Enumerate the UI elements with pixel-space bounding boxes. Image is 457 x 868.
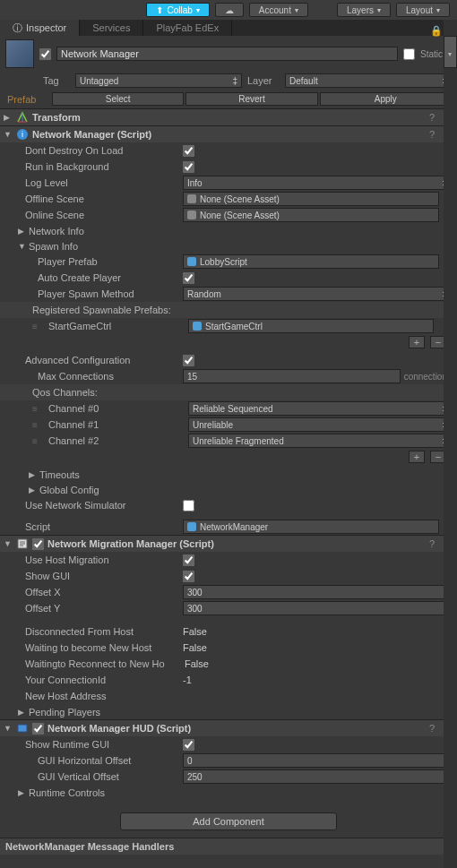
- networkinfo-foldout[interactable]: Network Info: [29, 226, 84, 236]
- drag-handle-icon[interactable]: ≡: [32, 436, 43, 446]
- prefab-apply-button[interactable]: Apply: [320, 92, 452, 106]
- help-icon[interactable]: ?: [426, 111, 438, 124]
- channel0-dropdown[interactable]: Reliable Sequenced‡: [188, 401, 452, 416]
- disconnected-value: False: [183, 626, 452, 637]
- runtimecontrols-foldout[interactable]: Runtime Controls: [29, 787, 105, 798]
- gameobject-active-checkbox[interactable]: [39, 48, 51, 60]
- prefab-label: Prefab: [5, 94, 50, 105]
- drag-handle-icon[interactable]: ≡: [32, 404, 43, 414]
- usehostmig-checkbox[interactable]: [183, 554, 194, 566]
- waitingreconnect-value: False: [185, 658, 452, 669]
- channel1-dropdown[interactable]: Unreliable‡: [188, 417, 452, 432]
- layers-button[interactable]: Layers▾: [337, 3, 391, 17]
- network-icon: i: [16, 128, 29, 141]
- netsim-checkbox[interactable]: [183, 500, 194, 511]
- static-label: Static: [420, 49, 443, 59]
- svg-rect-3: [18, 725, 27, 732]
- foldout-icon: ▼: [4, 724, 13, 733]
- hud-header[interactable]: ▼ Network Manager HUD (Script) ?⚙: [0, 720, 457, 736]
- collab-button[interactable]: ⬆Collab▾: [146, 3, 209, 17]
- foldout-icon: ▶: [4, 113, 13, 122]
- foldout-icon: ▼: [4, 130, 13, 139]
- tab-bar: ⓘInspector Services PlayFab EdEx: [0, 20, 457, 36]
- tag-dropdown[interactable]: Untagged‡: [75, 73, 242, 88]
- voffset-field[interactable]: 250: [183, 769, 452, 784]
- hud-enabled-checkbox[interactable]: [32, 723, 44, 735]
- drag-handle-icon[interactable]: ≡: [32, 322, 43, 331]
- layer-label: Layer: [247, 75, 280, 86]
- layer-dropdown[interactable]: Default‡: [285, 73, 452, 88]
- maxconn-field[interactable]: 15: [183, 369, 401, 383]
- tab-services[interactable]: Services: [80, 20, 143, 36]
- offsety-field[interactable]: 300: [183, 601, 452, 615]
- onlinescene-field[interactable]: None (Scene Asset): [183, 208, 439, 222]
- waitingnew-value: False: [183, 642, 452, 653]
- globalconfig-foldout[interactable]: Global Config: [39, 485, 99, 495]
- gameobject-icon[interactable]: [5, 39, 34, 68]
- tab-playfab[interactable]: PlayFab EdEx: [143, 20, 232, 36]
- loglevel-dropdown[interactable]: Info‡: [183, 176, 452, 190]
- cloud-icon: ☁: [225, 5, 234, 15]
- add-button[interactable]: +: [409, 336, 425, 348]
- prefab-revert-button[interactable]: Revert: [185, 92, 317, 106]
- showgui-checkbox[interactable]: [183, 571, 194, 582]
- collab-icon: ⬆: [156, 5, 163, 15]
- run-background-checkbox[interactable]: [183, 161, 194, 173]
- offlinescene-field[interactable]: None (Scene Asset): [183, 192, 439, 206]
- channel2-dropdown[interactable]: Unreliable Fragmented‡: [188, 434, 452, 448]
- tag-label: Tag: [43, 75, 70, 86]
- tab-inspector[interactable]: ⓘInspector: [0, 20, 80, 36]
- gameobject-name-field[interactable]: [56, 47, 398, 61]
- migrationmanager-header[interactable]: ▼ Network Migration Manager (Script) ?⚙: [0, 536, 457, 552]
- dont-destroy-checkbox[interactable]: [183, 145, 194, 157]
- inspector-panel: Static ▾ Tag Untagged‡ Layer Default‡ Pr…: [0, 36, 457, 855]
- spawninfo-foldout[interactable]: Spawn Info: [29, 241, 78, 252]
- spawnmethod-dropdown[interactable]: Random‡: [183, 287, 452, 301]
- account-button[interactable]: Account▾: [249, 3, 308, 17]
- connid-value: -1: [183, 675, 452, 685]
- script-icon: [16, 537, 29, 550]
- startgame-field[interactable]: StartGameCtrl: [188, 319, 434, 333]
- pendingplayers-foldout[interactable]: Pending Players: [29, 707, 100, 718]
- cloud-button[interactable]: ☁: [215, 3, 244, 17]
- svg-text:i: i: [22, 130, 23, 139]
- offsetx-field[interactable]: 300: [183, 585, 452, 599]
- add-button[interactable]: +: [409, 451, 425, 463]
- qos-channels-header: Qos Channels:: [0, 384, 457, 400]
- hoffset-field[interactable]: 0: [183, 753, 452, 768]
- help-icon[interactable]: ?: [426, 128, 438, 141]
- drag-handle-icon[interactable]: ≡: [32, 420, 43, 430]
- timeouts-foldout[interactable]: Timeouts: [39, 469, 80, 480]
- gameobject-header: Static ▾: [0, 36, 457, 72]
- transform-header[interactable]: ▶ Transform ?⚙: [0, 109, 457, 125]
- foldout-icon: ▼: [4, 539, 13, 548]
- static-dropdown[interactable]: ▾: [448, 50, 452, 58]
- autocreate-checkbox[interactable]: [183, 272, 194, 284]
- help-icon[interactable]: ?: [426, 722, 438, 735]
- prefab-select-button[interactable]: Select: [52, 92, 184, 106]
- advconfig-checkbox[interactable]: [183, 355, 194, 366]
- networkmanager-header[interactable]: ▼ i Network Manager (Script) ?⚙: [0, 126, 457, 142]
- registered-prefabs-header: Registered Spawnable Prefabs:: [0, 302, 457, 318]
- showruntime-checkbox[interactable]: [183, 739, 194, 751]
- layout-button[interactable]: Layout▾: [396, 3, 450, 17]
- top-toolbar: ⬆Collab▾ ☁ Account▾ Layers▾ Layout▾: [0, 0, 457, 20]
- help-icon[interactable]: ?: [426, 537, 438, 550]
- static-checkbox[interactable]: [403, 48, 415, 60]
- playerprefab-field[interactable]: LobbyScript: [183, 254, 439, 269]
- migration-enabled-checkbox[interactable]: [32, 538, 44, 550]
- add-component-button[interactable]: Add Component: [120, 812, 337, 830]
- transform-icon: [16, 111, 29, 124]
- scrollbar-track[interactable]: [444, 20, 457, 868]
- message-handlers-header[interactable]: NetworkManager Message Handlers: [0, 838, 457, 855]
- script-field[interactable]: NetworkManager: [183, 520, 439, 534]
- inspector-icon: ⓘ: [13, 21, 22, 35]
- hud-icon: [16, 722, 29, 735]
